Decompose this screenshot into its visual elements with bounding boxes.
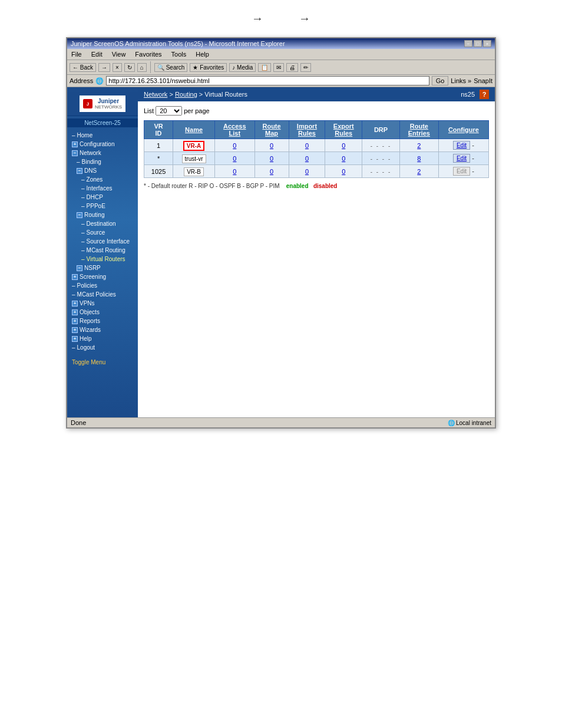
home-button[interactable]: ⌂: [137, 63, 147, 72]
breadcrumb-virtual-routers: Virtual Routers: [204, 91, 247, 98]
col-name-link[interactable]: Name: [185, 126, 203, 133]
sidebar-item-home[interactable]: – Home: [67, 131, 138, 140]
search-button[interactable]: 🔍 Search: [154, 63, 187, 72]
sidebar-item-help[interactable]: + Help: [67, 334, 138, 343]
sidebar-item-logout[interactable]: – Logout: [67, 343, 138, 352]
per-page-select[interactable]: 10 20 50 100: [156, 106, 182, 116]
link-export-rules-1[interactable]: 0: [342, 142, 345, 149]
link-route-entries-3[interactable]: 2: [417, 168, 421, 175]
menu-edit[interactable]: Edit: [90, 50, 104, 58]
sidebar-item-destination[interactable]: – Destination: [67, 219, 138, 228]
breadcrumb-network[interactable]: Network: [144, 91, 167, 98]
toolbar: ← Back → × ↻ ⌂ 🔍 Search ★ Favorites ♪ Me…: [67, 60, 495, 75]
sidebar-item-virtual-routers[interactable]: – Virtual Routers: [67, 255, 138, 263]
menu-view[interactable]: View: [110, 50, 128, 58]
sidebar-item-binding[interactable]: – Binding: [67, 157, 138, 166]
address-bar: Address 🌐 Go Links » SnapIt: [67, 75, 495, 87]
cell-configure-3: Edit -: [438, 165, 488, 178]
print-button[interactable]: 🖨: [286, 63, 298, 72]
link-route-entries-2[interactable]: 8: [417, 155, 421, 162]
minus-button-2[interactable]: -: [472, 154, 474, 162]
menu-help[interactable]: Help: [194, 50, 211, 58]
edit-button-1[interactable]: Edit: [453, 141, 470, 150]
cell-export-rules-3: 0: [325, 165, 362, 178]
link-access-list-1[interactable]: 0: [233, 142, 236, 149]
cell-drp-2: - - - -: [362, 152, 400, 165]
link-access-list-3[interactable]: 0: [233, 168, 236, 175]
legend-text: * - Default router R - RIP O - OSPF B - …: [144, 183, 280, 189]
zone-label: Local intranet: [456, 420, 491, 426]
maximize-button[interactable]: □: [474, 40, 482, 47]
vr-name-normal-2: trust-vr: [182, 154, 206, 163]
cell-import-rules-1: 0: [289, 139, 325, 152]
breadcrumb-routing[interactable]: Routing: [175, 91, 197, 98]
col-export-rules-link[interactable]: ExportRules: [333, 123, 354, 137]
sidebar-item-source[interactable]: – Source: [67, 228, 138, 237]
sidebar-item-dns[interactable]: − DNS: [67, 166, 138, 175]
mail-button[interactable]: ✉: [273, 63, 284, 72]
sidebar-item-zones[interactable]: – Zones: [67, 175, 138, 184]
nav-label-virtual-routers: Virtual Routers: [87, 256, 125, 262]
favorites-button[interactable]: ★ Favorites: [190, 63, 227, 72]
go-button[interactable]: Go: [432, 76, 449, 85]
table-row: 1 VR-A 0 0 0 0 - - - - 2: [144, 139, 489, 152]
sidebar-item-objects[interactable]: + Objects: [67, 308, 138, 317]
link-import-rules-3[interactable]: 0: [305, 168, 309, 175]
link-route-map-3[interactable]: 0: [270, 168, 273, 175]
forward-button[interactable]: →: [98, 63, 110, 72]
stop-button[interactable]: ×: [113, 63, 122, 72]
logo-box: J Juniper NETWORKS: [80, 95, 125, 112]
sidebar-item-configuration[interactable]: + Configuration: [67, 140, 138, 149]
col-route-entries-link[interactable]: RouteEntries: [408, 123, 430, 137]
history-button[interactable]: 📋: [258, 63, 271, 72]
sidebar-item-pppoe[interactable]: – PPPoE: [67, 202, 138, 210]
back-button[interactable]: ← Back: [70, 63, 96, 72]
close-button[interactable]: ×: [483, 40, 491, 47]
col-route-map-link[interactable]: RouteMap: [262, 123, 280, 137]
sidebar-item-mcast-routing[interactable]: – MCast Routing: [67, 246, 138, 255]
link-import-rules-2[interactable]: 0: [305, 155, 309, 162]
menu-bar: File Edit View Favorites Tools Help: [67, 49, 495, 60]
link-route-map-2[interactable]: 0: [270, 155, 273, 162]
sidebar-item-wizards[interactable]: + Wizards: [67, 325, 138, 334]
sidebar-item-dhcp[interactable]: – DHCP: [67, 193, 138, 202]
sidebar-item-vpns[interactable]: + VPNs: [67, 299, 138, 308]
col-route-entries: RouteEntries: [399, 121, 438, 139]
sidebar-item-screening[interactable]: + Screening: [67, 272, 138, 281]
sidebar-item-source-interface[interactable]: – Source Interface: [67, 237, 138, 246]
menu-favorites[interactable]: Favorites: [133, 50, 163, 58]
minimize-button[interactable]: −: [464, 40, 472, 47]
link-route-entries-1[interactable]: 2: [417, 142, 421, 149]
edit-button-2[interactable]: Edit: [453, 154, 470, 163]
col-configure-link[interactable]: Configure: [448, 126, 479, 133]
media-button[interactable]: ♪ Media: [229, 63, 256, 72]
address-input[interactable]: [106, 76, 429, 85]
sidebar-item-mcast-policies[interactable]: – MCast Policies: [67, 290, 138, 299]
sidebar-item-routing[interactable]: − Routing: [67, 210, 138, 219]
nav-label-dhcp: DHCP: [87, 194, 103, 200]
link-export-rules-2[interactable]: 0: [342, 155, 345, 162]
sidebar-item-network[interactable]: − Network: [67, 149, 138, 157]
help-button[interactable]: ?: [480, 90, 489, 99]
toggle-menu-button[interactable]: Toggle Menu: [67, 357, 138, 368]
link-access-list-2[interactable]: 0: [233, 155, 236, 162]
sidebar-item-interfaces[interactable]: – Interfaces: [67, 184, 138, 193]
link-route-map-1[interactable]: 0: [270, 142, 273, 149]
minus-button-1[interactable]: -: [472, 141, 474, 149]
sidebar-item-policies[interactable]: – Policies: [67, 281, 138, 290]
menu-file[interactable]: File: [70, 50, 84, 58]
sidebar-item-reports[interactable]: + Reports: [67, 317, 138, 325]
edit-page-button[interactable]: ✏: [300, 63, 311, 72]
minus-button-3[interactable]: -: [472, 167, 474, 174]
refresh-button[interactable]: ↻: [124, 63, 135, 72]
link-import-rules-1[interactable]: 0: [305, 142, 309, 149]
nav-dash-virtual-routers: –: [81, 256, 85, 262]
col-access-list-link[interactable]: AccessList: [223, 123, 246, 137]
col-import-rules-link[interactable]: ImportRules: [297, 123, 317, 137]
drp-dashes-1: - - - -: [371, 143, 392, 149]
menu-tools[interactable]: Tools: [170, 50, 189, 58]
link-export-rules-3[interactable]: 0: [342, 168, 345, 175]
nav-dash-source-interface: –: [81, 238, 85, 245]
nav-label-configuration: Configuration: [80, 141, 114, 147]
sidebar-item-nsrp[interactable]: − NSRP: [67, 263, 138, 272]
